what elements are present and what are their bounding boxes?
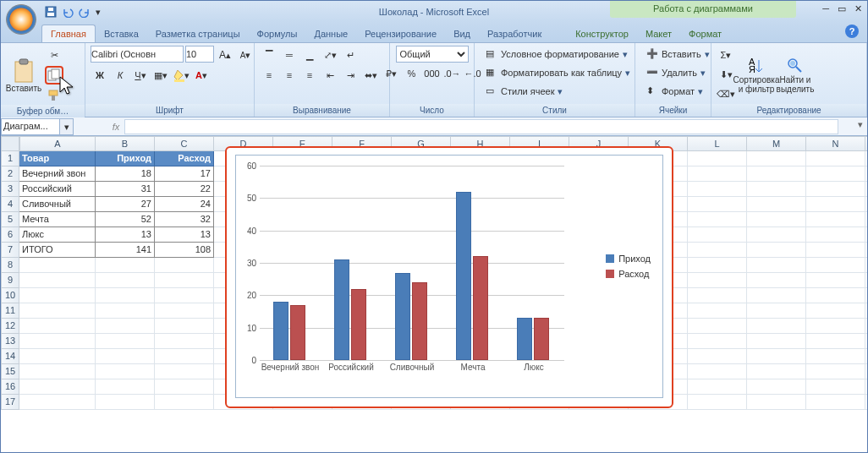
align-left-icon[interactable]: ≡ [260,66,278,85]
align-center-icon[interactable]: ≡ [280,66,299,85]
cell[interactable]: Российский [19,182,96,197]
find-select-button[interactable]: Найти и выделить [777,48,813,102]
cell[interactable] [96,364,155,379]
cell[interactable] [19,395,96,410]
cell[interactable] [155,379,214,395]
cell[interactable] [865,151,867,166]
bar[interactable] [456,192,471,360]
cell[interactable] [865,166,867,182]
italic-icon[interactable]: К [111,66,129,85]
cell[interactable] [19,319,96,334]
cell[interactable] [747,243,806,258]
cell[interactable] [688,212,747,227]
cell[interactable] [155,395,214,410]
tab-home[interactable]: Главная [41,25,96,42]
bar[interactable] [412,282,427,360]
cell[interactable] [96,334,155,349]
cell[interactable] [747,212,806,227]
cell[interactable] [806,212,865,227]
decrease-font-icon[interactable]: A▾ [236,46,255,64]
cell[interactable] [155,334,214,349]
minimize-icon[interactable]: ─ [822,3,829,14]
cell[interactable] [96,288,155,303]
cell[interactable] [865,379,867,395]
office-button[interactable] [6,4,36,35]
name-box[interactable]: Диаграм... ▾ [1,118,74,135]
chart-legend[interactable]: ПриходРасход [606,248,651,284]
cell[interactable]: 31 [96,182,155,197]
cell[interactable]: 27 [96,197,155,212]
cell[interactable] [688,227,747,243]
restore-icon[interactable]: ▭ [838,3,846,14]
col-header-A[interactable]: A [19,136,96,151]
bar[interactable] [395,273,410,361]
cell[interactable]: 13 [155,227,214,243]
cell[interactable] [96,319,155,334]
cell[interactable] [688,319,747,334]
cell[interactable] [806,288,865,303]
row-header-7[interactable]: 7 [1,243,19,258]
legend-item[interactable]: Приход [606,254,651,264]
save-icon[interactable] [43,4,58,19]
cell[interactable] [19,273,96,288]
cell[interactable] [688,395,747,410]
select-all-corner[interactable] [1,136,19,151]
cell[interactable]: Расход [155,151,214,166]
tab-chart-format[interactable]: Формат [680,25,730,42]
cell[interactable] [806,182,865,197]
format-painter-icon[interactable] [45,86,63,105]
cell[interactable] [747,395,806,410]
row-header-3[interactable]: 3 [1,182,19,197]
autosum-icon[interactable]: Σ▾ [717,46,735,65]
number-format-select[interactable]: Общий [396,46,469,63]
tab-layout[interactable]: Разметка страницы [147,25,249,42]
cell[interactable] [688,303,747,319]
cell[interactable] [865,212,867,227]
delete-cells-button[interactable]: ➖Удалить▾ [640,64,711,81]
chart-area[interactable]: 0102030405060 ПриходРасход Вечерний звон… [235,155,663,398]
row-header-10[interactable]: 10 [1,288,19,303]
cell[interactable] [688,379,747,395]
tab-insert[interactable]: Вставка [96,25,147,42]
cell[interactable] [19,258,96,273]
cell[interactable] [19,303,96,319]
paste-button[interactable]: Вставить [6,48,41,102]
cell[interactable] [96,273,155,288]
underline-icon[interactable]: Ч▾ [131,66,150,85]
format-as-table-button[interactable]: ▦Форматировать как таблицу▾ [480,64,636,81]
cell[interactable] [747,227,806,243]
percent-icon[interactable]: % [403,64,421,83]
cell[interactable] [96,395,155,410]
format-cells-button[interactable]: ⬍Формат▾ [640,83,709,100]
formula-input[interactable] [124,119,838,134]
undo-icon[interactable] [60,4,75,19]
increase-decimal-icon[interactable]: .0→ [443,64,462,83]
align-bottom-icon[interactable]: ▁ [300,46,319,64]
tab-formulas[interactable]: Формулы [249,25,306,42]
cell[interactable] [865,349,867,364]
cell[interactable]: Вечерний звон [19,166,96,182]
cut-icon[interactable]: ✂ [45,46,63,64]
plot-area[interactable]: 0102030405060 [260,166,564,360]
cell[interactable] [865,182,867,197]
col-header-L[interactable]: L [688,136,747,151]
cell[interactable] [155,319,214,334]
cell[interactable] [688,166,747,182]
cell[interactable] [688,334,747,349]
cell[interactable] [155,288,214,303]
cell[interactable] [96,379,155,395]
cell[interactable] [806,395,865,410]
qat-more-icon[interactable]: ▾ [94,4,102,19]
cell[interactable] [747,182,806,197]
expand-formula-bar-icon[interactable]: ▾ [854,119,867,134]
cell[interactable] [806,273,865,288]
cell[interactable]: 141 [96,243,155,258]
cell[interactable]: 22 [155,182,214,197]
bar[interactable] [290,305,305,360]
cell[interactable] [688,349,747,364]
cell[interactable] [747,197,806,212]
cell[interactable]: 32 [155,212,214,227]
cell[interactable] [806,334,865,349]
col-header-N[interactable]: N [806,136,865,151]
tab-chart-design[interactable]: Конструктор [567,25,637,42]
